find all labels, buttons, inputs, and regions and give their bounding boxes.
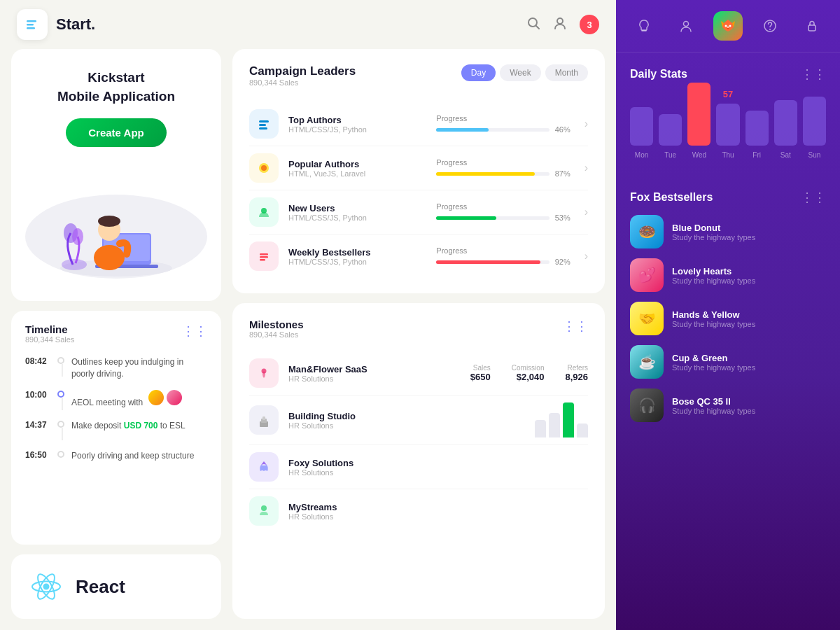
svg-rect-27	[260, 256, 268, 258]
svg-point-13	[62, 259, 87, 270]
bestseller-thumb: 🎧	[630, 388, 664, 422]
svg-rect-0	[27, 20, 36, 22]
ms-icon	[249, 496, 279, 526]
timeline-item: 14:37 Make deposit USD 700 to ESL	[25, 420, 207, 440]
row-arrow-icon[interactable]: ›	[584, 206, 588, 218]
ms-icon	[249, 452, 279, 482]
bestseller-item: 💕 Lovely Hearts Study the highway types	[630, 258, 826, 292]
campaign-row: New Users HTML/CSS/JS, Python Progress 5…	[249, 190, 588, 234]
row-icon-green	[249, 197, 279, 227]
svg-point-5	[557, 18, 563, 24]
nav-lock-icon[interactable]	[797, 11, 827, 41]
svg-marker-36	[722, 20, 734, 31]
bestseller-thumb: 💕	[630, 258, 664, 292]
row-icon-blue	[249, 109, 279, 139]
fox-options-icon[interactable]: ⋮⋮	[801, 190, 826, 205]
svg-point-16	[43, 584, 50, 590]
right-column: Campaign Leaders 890,344 Sales Day Week …	[232, 49, 605, 619]
kickstart-card: Kickstart Mobile Application Create App	[11, 49, 221, 301]
chart-bar-sat	[774, 100, 797, 146]
bestseller-item: ☕ Cup & Green Study the highway types	[630, 345, 826, 379]
header: Start. 3	[0, 0, 616, 49]
campaign-row: Weekly Bestsellers HTML/CSS/JS, Python P…	[249, 234, 588, 278]
sidebar-top-nav	[616, 0, 840, 52]
milestone-row: MyStreams HR Solutions	[249, 489, 588, 533]
svg-rect-2	[27, 27, 35, 29]
milestone-row: Man&Flower SaaS HR Solutions Sales $650 …	[249, 351, 588, 396]
campaign-card: Campaign Leaders 890,344 Sales Day Week …	[232, 49, 605, 293]
campaign-subtitle: 890,344 Sales	[249, 78, 356, 87]
timeline-dot	[57, 357, 64, 364]
timeline-dot	[57, 421, 64, 428]
chart-bar-wed	[687, 83, 710, 146]
svg-rect-22	[259, 127, 267, 130]
user-icon[interactable]	[553, 16, 567, 33]
row-arrow-icon[interactable]: ›	[584, 118, 588, 130]
toggle-week[interactable]: Week	[500, 64, 540, 81]
svg-rect-21	[259, 124, 266, 126]
toggle-day[interactable]: Day	[461, 64, 496, 81]
chart-bar-mon	[630, 107, 653, 146]
milestones-card: Milestones 890,344 Sales ⋮⋮ Man&Flower S…	[232, 303, 605, 619]
campaign-title: Campaign Leaders	[249, 64, 356, 78]
timeline-items: 08:42 Outlines keep you indulging in poo…	[25, 356, 207, 461]
bestseller-item: 🤝 Hands & Yellow Study the highway types	[630, 302, 826, 335]
svg-point-35	[684, 22, 689, 27]
bestseller-thumb: 🤝	[630, 302, 664, 335]
react-card: React	[11, 554, 221, 619]
fox-bestsellers-title: Fox Bestsellers	[630, 191, 713, 204]
chart-bar-tue	[659, 114, 682, 146]
campaign-toggle-group: Day Week Month	[461, 64, 588, 81]
timeline-card: Timeline 890,344 Sales ⋮⋮ 08:42 Outlines…	[11, 311, 221, 545]
bestseller-thumb: ☕	[630, 345, 664, 379]
svg-rect-28	[260, 259, 265, 261]
chart-bar-fri	[746, 111, 769, 146]
logo-text: Start.	[56, 15, 95, 34]
chart-bar-sun	[803, 97, 826, 146]
timeline-dot	[57, 451, 64, 458]
svg-rect-20	[259, 120, 269, 122]
row-icon-pink	[249, 241, 279, 271]
row-arrow-icon[interactable]: ›	[584, 162, 588, 174]
ms-icon	[249, 358, 279, 388]
nav-lightbulb-icon[interactable]	[629, 11, 659, 41]
timeline-item: 10:00 AEOL meeting with	[25, 390, 207, 410]
notification-badge[interactable]: 3	[580, 15, 599, 34]
nav-person-icon[interactable]	[671, 11, 701, 41]
svg-rect-26	[260, 253, 268, 255]
fox-bestsellers-section: Fox Bestsellers ⋮⋮ 🍩 Blue Donut Study th…	[616, 183, 840, 630]
timeline-dot	[57, 391, 64, 398]
svg-rect-32	[262, 416, 265, 420]
bestseller-item: 🎧 Bose QC 35 II Study the highway types	[630, 388, 826, 422]
milestone-row: Foxy Solutions HR Solutions	[249, 445, 588, 489]
bestseller-item: 🍩 Blue Donut Study the highway types	[630, 215, 826, 248]
svg-point-33	[261, 505, 267, 511]
right-sidebar: Daily Stats ⋮⋮ 57 Mon Tue Wed Thu	[616, 0, 840, 630]
svg-point-10	[94, 245, 125, 270]
chart-bar-thu	[716, 104, 739, 146]
milestones-options-icon[interactable]: ⋮⋮	[563, 318, 588, 334]
svg-rect-1	[27, 24, 34, 26]
milestones-title: Milestones	[249, 318, 304, 330]
timeline-item: 08:42 Outlines keep you indulging in poo…	[25, 356, 207, 380]
toggle-month[interactable]: Month	[545, 64, 588, 81]
timeline-options-icon[interactable]: ⋮⋮	[182, 323, 207, 339]
search-icon[interactable]	[526, 16, 540, 33]
ms-icon	[249, 405, 279, 435]
nav-question-icon[interactable]	[755, 11, 785, 41]
campaign-row: Top Authors HTML/CSS/JS, Python Progress…	[249, 102, 588, 146]
timeline-item: 16:50 Poorly driving and keep structure	[25, 450, 207, 462]
daily-stats-options-icon[interactable]: ⋮⋮	[801, 66, 826, 82]
svg-point-44	[769, 29, 771, 30]
logo-icon	[17, 9, 48, 40]
campaign-row: Popular Authors HTML, VueJS, Laravel Pro…	[249, 146, 588, 190]
left-column: Kickstart Mobile Application Create App	[11, 49, 221, 619]
create-app-button[interactable]: Create App	[66, 118, 166, 147]
svg-point-15	[72, 228, 83, 245]
milestone-row: Building Studio HR Solutions	[249, 396, 588, 445]
row-arrow-icon[interactable]: ›	[584, 250, 588, 262]
hero-illustration	[25, 160, 207, 279]
svg-line-4	[536, 26, 540, 29]
nav-fox-icon[interactable]	[713, 11, 743, 41]
svg-point-12	[98, 216, 120, 227]
